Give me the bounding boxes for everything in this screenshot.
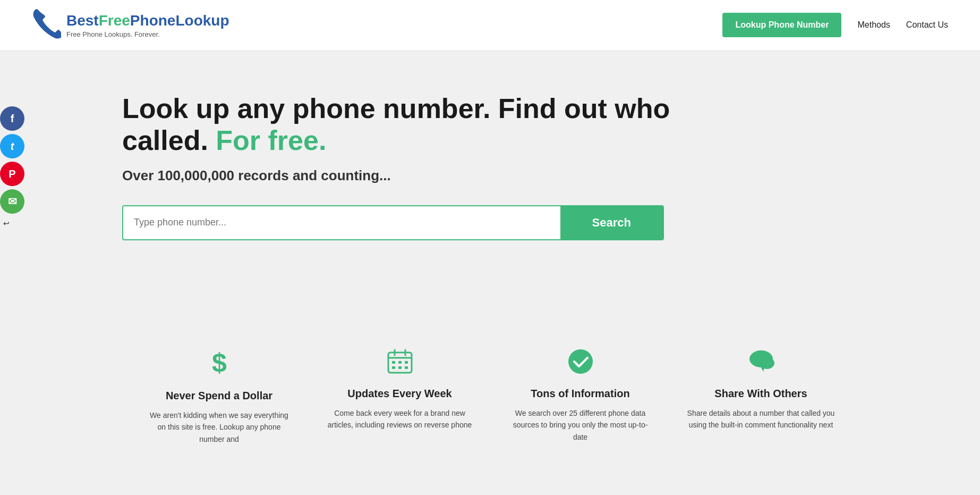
feature-title-0: Never Spend a Dollar [166, 390, 272, 402]
pinterest-button[interactable]: P [0, 162, 24, 186]
feature-title-1: Updates Every Week [347, 388, 451, 400]
feature-col-2: Tons of InformationWe search over 25 dif… [490, 348, 671, 445]
feature-title-3: Share With Others [714, 388, 807, 400]
header: BestFreePhoneLookup Free Phone Lookups. … [0, 0, 980, 51]
feature-col-0: $ Never Spend a DollarWe aren't kidding … [129, 348, 310, 445]
svg-rect-9 [398, 366, 402, 369]
hero-subtitle: Over 100,000,000 records and counting... [122, 167, 948, 184]
svg-point-11 [568, 349, 593, 374]
logo-subtitle: Free Phone Lookups. Forever. [66, 30, 229, 38]
feature-col-1: Updates Every WeekCome back every week f… [310, 348, 490, 445]
feature-desc-0: We aren't kidding when we say everything… [145, 409, 294, 445]
lookup-phone-number-button[interactable]: Lookup Phone Number [722, 13, 841, 37]
logo-text: BestFreePhoneLookup Free Phone Lookups. … [66, 12, 229, 38]
contact-us-link[interactable]: Contact Us [906, 20, 948, 30]
methods-link[interactable]: Methods [857, 20, 890, 30]
social-sidebar: f t P ✉ ↩ [0, 106, 24, 228]
facebook-icon: f [11, 113, 14, 125]
feature-icon-2 [567, 348, 594, 379]
pinterest-icon: P [8, 168, 15, 180]
feature-icon-3 [747, 348, 775, 379]
feature-icon-0: $ [208, 348, 231, 381]
svg-rect-7 [405, 361, 408, 364]
twitter-icon: t [11, 140, 14, 153]
logo-area: BestFreePhoneLookup Free Phone Lookups. … [32, 7, 229, 43]
twitter-button[interactable]: t [0, 134, 24, 158]
feature-desc-2: We search over 25 different phone data s… [506, 407, 655, 443]
nav: Lookup Phone Number Methods Contact Us [722, 13, 948, 37]
svg-rect-5 [392, 361, 395, 364]
logo-title: BestFreePhoneLookup [66, 12, 229, 29]
svg-rect-10 [405, 366, 408, 369]
search-bar: Search [122, 205, 664, 240]
svg-rect-6 [398, 361, 402, 364]
svg-rect-8 [392, 366, 395, 369]
facebook-button[interactable]: f [0, 106, 24, 131]
svg-marker-14 [760, 366, 765, 372]
feature-desc-3: Share details about a number that called… [687, 407, 836, 431]
search-input[interactable] [123, 206, 560, 239]
feature-col-3: Share With OthersShare details about a n… [671, 348, 851, 445]
feature-desc-1: Come back every week for a brand new art… [326, 407, 474, 431]
hero-section: Look up any phone number. Find out who c… [0, 51, 980, 316]
features-section: $ Never Spend a DollarWe aren't kidding … [0, 316, 980, 466]
feature-title-2: Tons of Information [531, 388, 629, 400]
email-icon: ✉ [8, 195, 17, 208]
svg-text:$: $ [212, 348, 227, 377]
phone-icon [32, 7, 61, 43]
email-button[interactable]: ✉ [0, 189, 24, 214]
hero-title: Look up any phone number. Find out who c… [122, 93, 680, 157]
search-button[interactable]: Search [560, 206, 663, 239]
feature-icon-1 [387, 348, 413, 379]
collapse-arrow[interactable]: ↩ [0, 219, 24, 228]
